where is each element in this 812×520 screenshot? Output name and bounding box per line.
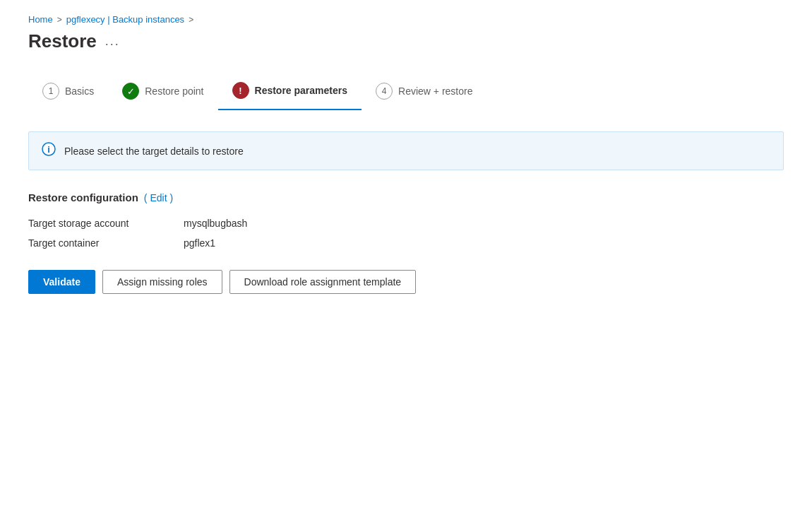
wizard-steps: 1 Basics ✓ Restore point ! Restore param… xyxy=(28,73,784,110)
svg-text:i: i xyxy=(47,144,50,155)
page-title-row: Restore ... xyxy=(28,30,784,52)
step-circle-basics: 1 xyxy=(42,83,59,100)
step-label-restore-parameters: Restore parameters xyxy=(255,85,348,96)
step-label-restore-point: Restore point xyxy=(145,85,203,97)
step-circle-restore-point: ✓ xyxy=(122,83,139,100)
breadcrumb-sep-2: > xyxy=(189,15,193,25)
step-label-basics: Basics xyxy=(65,85,94,97)
edit-link[interactable]: ( Edit ) xyxy=(144,192,173,203)
wizard-step-restore-point[interactable]: ✓ Restore point xyxy=(108,74,217,110)
config-row-container: Target container pgflex1 xyxy=(28,237,784,249)
breadcrumb-home[interactable]: Home xyxy=(28,14,53,25)
info-banner-text: Please select the target details to rest… xyxy=(64,146,244,157)
step-label-review-restore: Review + restore xyxy=(398,85,472,97)
info-banner: i Please select the target details to re… xyxy=(28,131,784,170)
config-value-container: pgflex1 xyxy=(184,237,215,249)
page-menu-icon[interactable]: ... xyxy=(105,34,120,49)
wizard-step-restore-parameters[interactable]: ! Restore parameters xyxy=(218,73,362,110)
breadcrumb: Home > pgflexecy | Backup instances > xyxy=(28,14,784,25)
action-buttons: Validate Assign missing roles Download r… xyxy=(28,270,784,294)
info-icon: i xyxy=(42,142,56,160)
config-row-storage-account: Target storage account mysqlbugbash xyxy=(28,218,784,229)
wizard-step-review-restore[interactable]: 4 Review + restore xyxy=(362,74,486,110)
page-title: Restore xyxy=(28,30,97,52)
step-circle-restore-parameters: ! xyxy=(232,82,249,99)
section-header: Restore configuration ( Edit ) xyxy=(28,191,784,203)
validate-button[interactable]: Validate xyxy=(28,270,95,294)
download-template-button[interactable]: Download role assignment template xyxy=(229,270,417,294)
wizard-step-basics[interactable]: 1 Basics xyxy=(28,74,108,110)
config-value-storage-account: mysqlbugbash xyxy=(184,218,247,229)
config-table: Target storage account mysqlbugbash Targ… xyxy=(28,218,784,249)
breadcrumb-sep-1: > xyxy=(57,15,62,25)
section-title: Restore configuration xyxy=(28,191,138,203)
assign-missing-roles-button[interactable]: Assign missing roles xyxy=(102,270,222,294)
config-label-storage-account: Target storage account xyxy=(28,218,184,229)
config-label-container: Target container xyxy=(28,237,184,249)
restore-configuration-section: Restore configuration ( Edit ) Target st… xyxy=(28,191,784,249)
breadcrumb-instance[interactable]: pgflexecy | Backup instances xyxy=(66,14,184,25)
page-container: Home > pgflexecy | Backup instances > Re… xyxy=(0,0,812,308)
step-circle-review-restore: 4 xyxy=(376,83,393,100)
